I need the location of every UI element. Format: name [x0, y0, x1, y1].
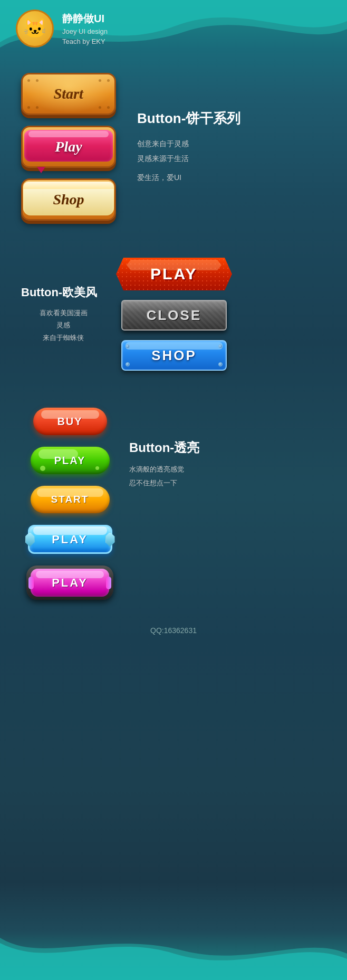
trans-play-gem-label: PLAY	[52, 576, 88, 590]
brand-title: 静静做UI	[62, 11, 108, 26]
brand-sub1: Joey UI design	[62, 26, 108, 37]
trans-buy-button[interactable]: BUY	[33, 408, 107, 435]
gem-facet-right	[106, 577, 111, 589]
footer: QQ:16362631	[0, 616, 347, 645]
western-play-button[interactable]: PLAY	[116, 258, 232, 290]
western-close-button[interactable]: CLOSE	[121, 300, 227, 331]
biscuit-start-label: Start	[54, 86, 83, 102]
dot	[36, 106, 38, 109]
section-title-biscuit: Button-饼干系列	[137, 109, 240, 128]
bubble-left	[40, 466, 45, 471]
section-transparent: BUY PLAY START PLAY	[0, 387, 347, 616]
rivet-br	[218, 362, 223, 366]
trans-play-green-button[interactable]: PLAY	[31, 447, 110, 474]
biscuit-shop-button[interactable]: Shop	[21, 178, 116, 221]
trans-start-label: START	[51, 494, 89, 505]
section-western: Button-欧美风 喜欢看美国漫画 灵感 来自于蜘蛛侠 PLAY CLOSE …	[0, 231, 347, 387]
western-button-group: PLAY CLOSE SHOP	[116, 258, 232, 371]
section-title-transparent: Button-透亮	[129, 439, 199, 456]
section-title-western: Button-欧美风	[21, 285, 105, 300]
western-shop-button[interactable]: SHOP	[121, 340, 227, 371]
biscuit-play-button[interactable]: Play	[21, 126, 116, 168]
western-shop-label: SHOP	[151, 347, 197, 364]
western-info: Button-欧美风 喜欢看美国漫画 灵感 来自于蜘蛛侠	[21, 285, 105, 344]
speech-tail	[37, 167, 45, 173]
western-desc1: 喜欢看美国漫画	[21, 307, 105, 319]
logo: 🐱	[16, 10, 54, 48]
biscuit-desc1: 创意来自于灵感	[137, 136, 240, 151]
rivet-tr	[218, 344, 223, 348]
biscuit-desc2: 灵感来源于生活	[137, 151, 240, 166]
gem-facet-left	[28, 577, 34, 589]
cream-wavy	[23, 182, 114, 189]
transparent-desc1: 水滴般的透亮感觉	[129, 463, 199, 476]
brand-sub2: Teach by EKY	[62, 36, 108, 47]
trans-buy-label: BUY	[57, 416, 82, 428]
trans-play-ice-button[interactable]: PLAY	[28, 525, 112, 554]
transparent-info: Button-透亮 水滴般的透亮感觉 忍不住想点一下	[129, 439, 199, 490]
header-text: 静静做UI Joey UI design Teach by EKY	[62, 11, 108, 47]
trans-play-green-label: PLAY	[54, 455, 86, 467]
biscuit-button-group: Start Play Shop	[21, 73, 116, 221]
header: 🐱 静静做UI Joey UI design Teach by EKY	[0, 0, 347, 57]
biscuit-play-label: Play	[55, 138, 82, 155]
western-desc3: 来自于蜘蛛侠	[21, 332, 105, 344]
section-biscuit: Start Play Shop Button-饼干系列 创意来自于灵感 灵感来源…	[0, 57, 347, 231]
dot	[107, 106, 110, 109]
rivet-tl	[126, 344, 130, 348]
dot	[36, 79, 38, 82]
transparent-desc2: 忍不住想点一下	[129, 476, 199, 490]
trans-start-button[interactable]: START	[31, 486, 110, 513]
dot	[107, 79, 110, 82]
biscuit-start-button[interactable]: Start	[21, 73, 116, 115]
trans-play-gem-button[interactable]: PLAY	[26, 566, 113, 600]
trans-play-ice-label: PLAY	[52, 533, 88, 546]
dot	[99, 106, 101, 109]
western-close-label: CLOSE	[147, 307, 202, 324]
dot	[99, 79, 101, 82]
bubble-right	[95, 466, 99, 470]
transparent-button-group: BUY PLAY START PLAY	[26, 408, 113, 600]
biscuit-shop-label: Shop	[53, 191, 84, 208]
biscuit-desc3: 爱生活，爱UI	[137, 170, 240, 185]
rivet-bl	[126, 362, 130, 366]
biscuit-info: Button-饼干系列 创意来自于灵感 灵感来源于生活 爱生活，爱UI	[137, 109, 240, 185]
western-desc2: 灵感	[21, 319, 105, 331]
qq-info: QQ:16362631	[150, 626, 197, 635]
dot	[27, 79, 30, 82]
cat-icon: 🐱	[23, 19, 47, 38]
western-play-label: PLAY	[150, 265, 197, 283]
dot	[27, 106, 30, 109]
pink-highlight	[28, 131, 109, 137]
